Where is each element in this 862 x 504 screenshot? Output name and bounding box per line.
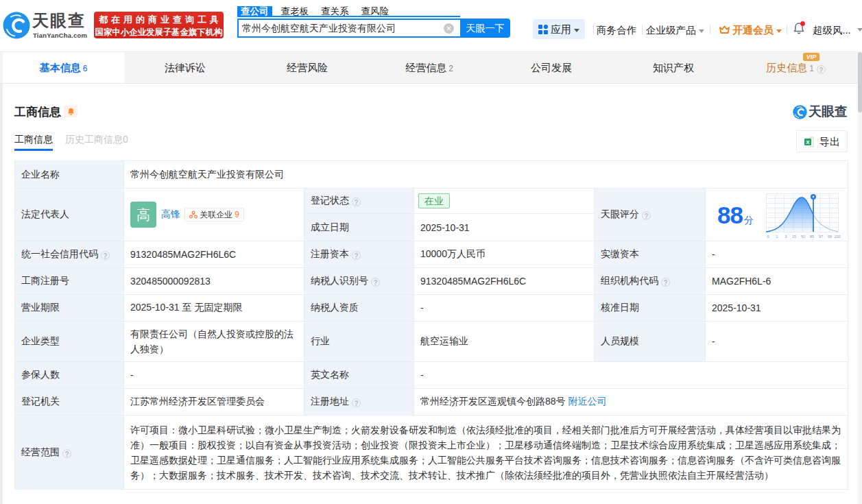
svg-text:50: 50	[801, 235, 805, 239]
svg-text:0: 0	[767, 235, 769, 239]
svg-text:97: 97	[819, 235, 823, 239]
svg-text:3: 3	[785, 235, 787, 239]
svg-text:15: 15	[792, 235, 796, 239]
svg-text:85: 85	[810, 235, 814, 239]
svg-text:100: 100	[834, 235, 840, 239]
svg-text:X: X	[806, 139, 810, 145]
svg-text:99: 99	[828, 235, 832, 239]
svg-text:1: 1	[776, 235, 778, 239]
